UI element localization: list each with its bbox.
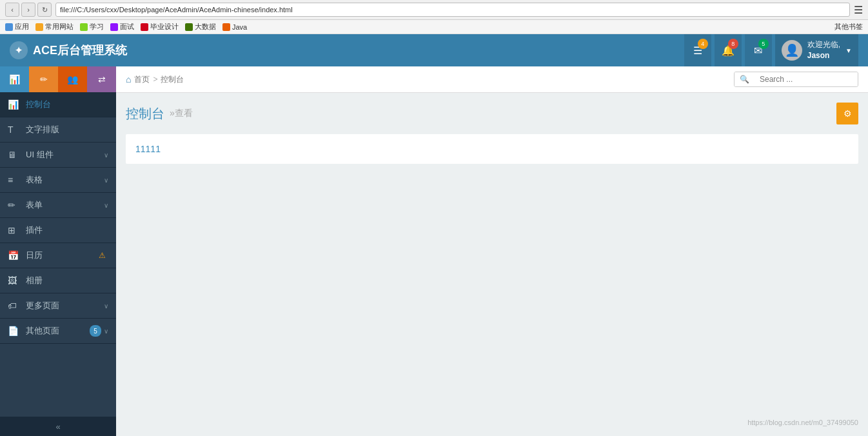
messages-btn[interactable]: ☰ 4 — [684, 34, 711, 66]
notifications-btn[interactable]: 🔔 8 — [715, 34, 742, 66]
sidebar-label-more: 更多页面 — [26, 300, 104, 312]
sidebar-item-typography[interactable]: T 文字排版 — [0, 117, 116, 143]
sidebar-label-ui: UI 组件 — [26, 149, 104, 161]
sidebar-tool-users[interactable]: 👥 — [58, 66, 87, 92]
breadcrumb-separator: > — [153, 75, 157, 84]
calendar-icon: 📅 — [8, 250, 21, 261]
sidebar-item-form[interactable]: ✏ 表单 ∨ — [0, 193, 116, 218]
user-greeting: 欢迎光临, — [807, 39, 840, 50]
others-arrow-icon: ∨ — [104, 328, 108, 335]
content-area: ⌂ 首页 > 控制台 🔍 控制台 »查看 ⚙ — [116, 66, 868, 436]
breadcrumb-home-label: 首页 — [134, 74, 150, 85]
sidebar-item-dashboard[interactable]: 📊 控制台 — [0, 92, 116, 117]
others-badge: 5 — [90, 325, 101, 337]
sidebar: 📊 ✏ 👥 ⇄ 📊 控制台 T 文字排版 🖥 UI 组件 ∨ — [0, 66, 116, 436]
ui-icon: 🖥 — [8, 150, 21, 160]
page-content-box: 11111 — [126, 134, 858, 164]
top-nav: ✦ ACE后台管理系统 ☰ 4 🔔 8 ✉ 5 👤 欢迎光临, Jason — [0, 34, 868, 66]
bookmark-websites[interactable]: 常用网站 — [35, 22, 74, 32]
ui-arrow-icon: ∨ — [104, 152, 108, 159]
bookmarks-bar: 应用 常用网站 学习 面试 毕业设计 大数据 Java 其他书签 — [0, 20, 868, 34]
sidebar-item-calendar[interactable]: 📅 日历 ⚠ — [0, 243, 116, 268]
sidebar-label-table: 表格 — [26, 174, 104, 186]
sidebar-tool-edit[interactable]: ✏ — [29, 66, 58, 92]
page-title-row: 控制台 »查看 ⚙ — [126, 103, 858, 124]
table-icon: ≡ — [8, 175, 21, 185]
main-area: 📊 ✏ 👥 ⇄ 📊 控制台 T 文字排版 🖥 UI 组件 ∨ — [0, 66, 868, 436]
emails-badge: 5 — [758, 39, 769, 49]
avatar: 👤 — [782, 40, 802, 61]
search-icon: 🔍 — [735, 72, 755, 86]
back-btn[interactable]: ‹ — [5, 3, 19, 17]
app-wrapper: ✦ ACE后台管理系统 ☰ 4 🔔 8 ✉ 5 👤 欢迎光临, Jason — [0, 34, 868, 436]
dashboard-icon: 📊 — [8, 99, 21, 110]
brand-title: ACE后台管理系统 — [33, 43, 127, 58]
sidebar-item-album[interactable]: 🖼 相册 — [0, 268, 116, 293]
sidebar-tool-chart[interactable]: 📊 — [0, 66, 29, 92]
sidebar-item-plugin[interactable]: ⊞ 插件 — [0, 218, 116, 243]
browser-nav-buttons: ‹ › ↻ — [5, 3, 52, 17]
sidebar-label-album: 相册 — [26, 275, 108, 286]
sidebar-tool-share[interactable]: ⇄ — [87, 66, 116, 92]
page-title-separator: »查看 — [170, 108, 193, 119]
sidebar-nav: 📊 控制台 T 文字排版 🖥 UI 组件 ∨ ≡ 表格 ∨ — [0, 92, 116, 417]
search-box: 🔍 — [734, 72, 858, 87]
other-bookmarks[interactable]: 其他书签 — [834, 22, 863, 32]
user-menu[interactable]: 👤 欢迎光临, Jason ▼ — [775, 34, 858, 66]
breadcrumb-current: 控制台 — [161, 74, 184, 85]
user-name: Jason — [807, 50, 840, 61]
sidebar-label-form: 表单 — [26, 199, 104, 211]
reload-btn[interactable]: ↻ — [37, 3, 52, 17]
more-icon: 🏷 — [8, 301, 21, 311]
user-dropdown-arrow: ▼ — [845, 47, 852, 54]
bookmark-graduation[interactable]: 毕业设计 — [141, 22, 179, 32]
user-info: 欢迎光临, Jason — [807, 39, 840, 61]
sidebar-collapse-btn[interactable]: « — [0, 417, 116, 436]
settings-button[interactable]: ⚙ — [836, 103, 858, 124]
sidebar-label-typography: 文字排版 — [26, 124, 108, 135]
sidebar-label-calendar: 日历 — [26, 250, 99, 261]
form-icon: ✏ — [8, 200, 21, 210]
brand[interactable]: ✦ ACE后台管理系统 — [10, 41, 127, 59]
sidebar-item-ui[interactable]: 🖥 UI 组件 ∨ — [0, 143, 116, 168]
bookmark-interview[interactable]: 面试 — [110, 22, 134, 32]
page-body: 控制台 »查看 ⚙ 11111 — [116, 93, 868, 173]
browser-menu-icon[interactable]: ☰ — [854, 4, 863, 16]
browser-bar: ‹ › ↻ ☰ — [0, 0, 868, 20]
sidebar-label-plugin: 插件 — [26, 224, 108, 236]
typography-icon: T — [8, 124, 21, 135]
bookmark-apps[interactable]: 应用 — [5, 22, 29, 32]
content-text: 11111 — [135, 144, 161, 154]
home-icon: ⌂ — [126, 74, 131, 84]
search-input[interactable] — [755, 72, 858, 86]
notifications-badge: 8 — [728, 39, 738, 49]
plugin-icon: ⊞ — [8, 225, 21, 235]
sidebar-item-others[interactable]: 📄 其他页面 5 ∨ — [0, 319, 116, 344]
brand-icon: ✦ — [10, 41, 28, 59]
calendar-warning-icon: ⚠ — [99, 251, 106, 260]
sidebar-label-others: 其他页面 — [26, 325, 90, 337]
page-title: 控制台 »查看 — [126, 105, 193, 123]
messages-badge: 4 — [698, 39, 708, 49]
sidebar-item-table[interactable]: ≡ 表格 ∨ — [0, 168, 116, 193]
album-icon: 🖼 — [8, 275, 21, 286]
others-icon: 📄 — [8, 326, 21, 336]
forward-btn[interactable]: › — [21, 3, 35, 17]
emails-btn[interactable]: ✉ 5 — [745, 34, 772, 66]
page-title-text: 控制台 — [126, 105, 164, 123]
table-arrow-icon: ∨ — [104, 177, 108, 184]
sidebar-label-dashboard: 控制台 — [26, 99, 108, 110]
sidebar-item-more[interactable]: 🏷 更多页面 ∨ — [0, 293, 116, 319]
top-nav-right: ☰ 4 🔔 8 ✉ 5 👤 欢迎光临, Jason ▼ — [684, 34, 858, 66]
more-arrow-icon: ∨ — [104, 302, 108, 310]
bookmark-bigdata[interactable]: 大数据 — [185, 22, 216, 32]
sidebar-toolbar: 📊 ✏ 👥 ⇄ — [0, 66, 116, 92]
form-arrow-icon: ∨ — [104, 202, 108, 209]
content-header: ⌂ 首页 > 控制台 🔍 — [116, 66, 868, 93]
bookmark-java[interactable]: Java — [222, 23, 247, 31]
bookmark-study[interactable]: 学习 — [80, 22, 104, 32]
breadcrumb: ⌂ 首页 > 控制台 — [126, 74, 184, 85]
url-bar[interactable] — [55, 3, 850, 17]
collapse-icon: « — [55, 422, 60, 431]
